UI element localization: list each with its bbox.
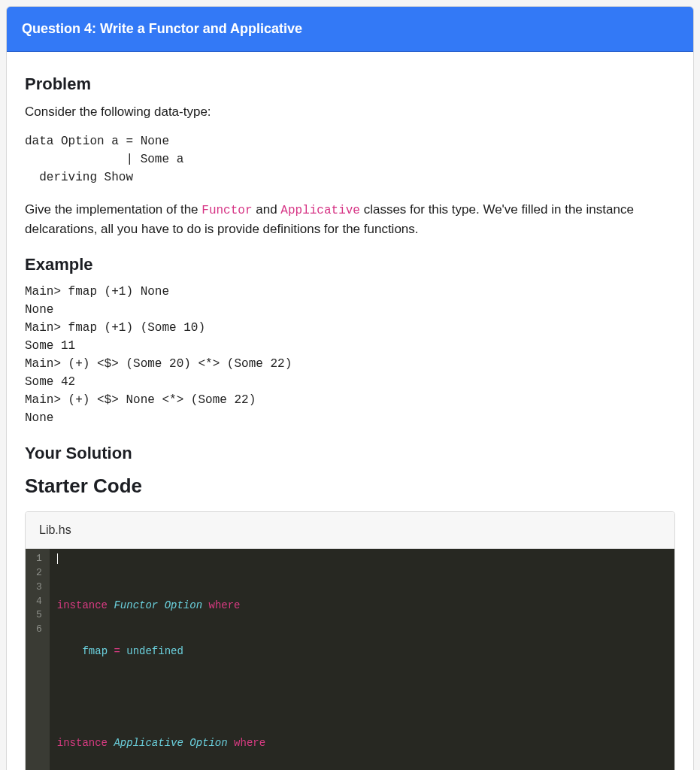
- line-number: 6: [36, 623, 42, 637]
- problem-heading: Problem: [25, 71, 675, 96]
- functor-code: Functor: [202, 204, 252, 217]
- editor-code-area[interactable]: instance Functor Option where fmap = und…: [50, 549, 674, 770]
- keyword-instance: instance: [57, 599, 108, 611]
- line-number: 5: [36, 608, 42, 623]
- question-header: Question 4: Write a Functor and Applicat…: [7, 7, 693, 52]
- code-editor: Lib.hs 1 2 3 4 5 6 instance Functor Opti…: [25, 511, 675, 770]
- example-code-block: Main> fmap (+1) None None Main> fmap (+1…: [25, 283, 675, 427]
- editor-filename: Lib.hs: [39, 523, 71, 536]
- problem-task: Give the implementation of the Functor a…: [25, 200, 675, 239]
- keyword-where: where: [208, 599, 240, 611]
- type-option: Option: [165, 599, 202, 611]
- example-heading: Example: [25, 252, 675, 277]
- question-body: Problem Consider the following data-type…: [7, 52, 693, 770]
- applicative-code: Applicative: [280, 204, 360, 217]
- type-functor: Functor: [114, 599, 158, 611]
- code-line-2: fmap = undefined: [57, 644, 667, 659]
- code-line-4: instance Applicative Option where: [57, 735, 667, 750]
- task-text-pre: Give the implementation of the: [25, 202, 202, 217]
- code-line-1: instance Functor Option where: [57, 598, 667, 613]
- starter-heading: Starter Code: [25, 471, 675, 501]
- editor-body[interactable]: 1 2 3 4 5 6 instance Functor Option wher…: [26, 549, 674, 770]
- type-applicative: Applicative: [114, 737, 183, 749]
- solution-heading: Your Solution: [25, 441, 675, 465]
- code-line-3: [57, 690, 667, 705]
- line-number: 1: [36, 552, 42, 566]
- line-number: 3: [36, 581, 42, 595]
- question-title: Question 4: Write a Functor and Applicat…: [22, 21, 302, 36]
- question-card: Question 4: Write a Functor and Applicat…: [6, 6, 694, 770]
- ident-fmap: fmap: [82, 645, 108, 657]
- editor-filename-tab[interactable]: Lib.hs: [26, 512, 674, 549]
- keyword-instance: instance: [57, 737, 108, 749]
- ident-undefined: undefined: [126, 645, 183, 657]
- line-number: 2: [36, 566, 42, 581]
- type-option: Option: [189, 737, 227, 749]
- task-text-mid: and: [253, 202, 281, 217]
- editor-gutter: 1 2 3 4 5 6: [26, 549, 50, 770]
- editor-cursor: [57, 553, 58, 564]
- equals-op: =: [114, 645, 120, 657]
- problem-intro: Consider the following data-type:: [25, 102, 675, 122]
- line-number: 4: [36, 595, 42, 609]
- keyword-where: where: [234, 737, 265, 749]
- datatype-code-block: data Option a = None | Some a deriving S…: [25, 132, 675, 186]
